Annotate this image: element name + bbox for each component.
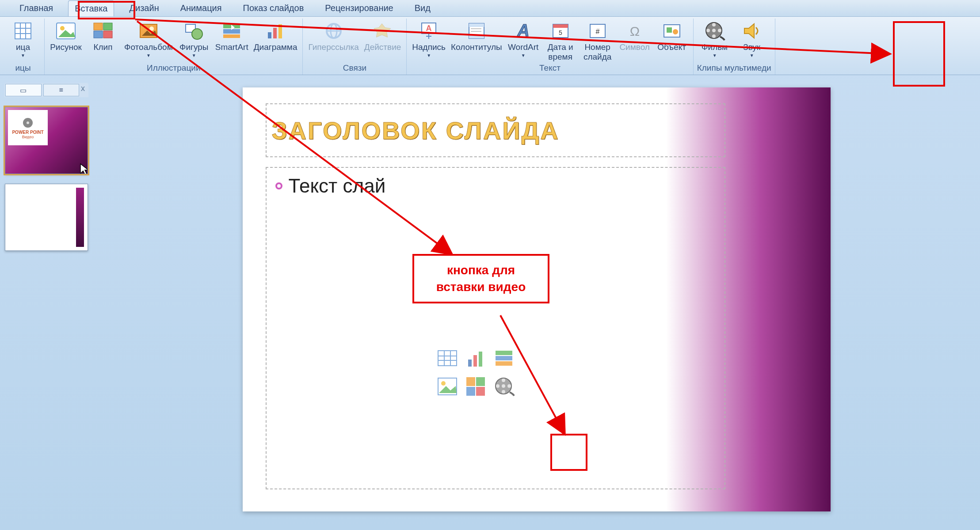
object-label: Объект bbox=[657, 42, 686, 52]
svg-rect-53 bbox=[476, 377, 485, 386]
datetime-button[interactable]: 5 Дата и время bbox=[543, 19, 578, 63]
slidenum-button[interactable]: # Номер слайда bbox=[580, 19, 615, 63]
dropdown-icon: ▼ bbox=[521, 53, 526, 58]
svg-rect-46 bbox=[479, 352, 482, 367]
movie-button[interactable]: Фильм ▼ bbox=[697, 19, 732, 59]
insert-clipart-icon[interactable] bbox=[463, 374, 488, 399]
thumb-tab-outline[interactable]: ≡ bbox=[43, 84, 80, 96]
group-title-text: Текст bbox=[410, 63, 689, 75]
svg-text:A: A bbox=[517, 21, 529, 40]
thumb2-strip bbox=[76, 188, 84, 247]
group-title-media: Клипы мультимеди bbox=[697, 63, 771, 75]
annotation-callout-line2: вставки видео bbox=[436, 280, 526, 294]
svg-rect-44 bbox=[468, 360, 472, 367]
insert-chart-icon[interactable] bbox=[463, 345, 488, 371]
dropdown-icon: ▼ bbox=[146, 53, 151, 58]
slide-thumb-1[interactable]: POWER POINT Видео bbox=[5, 107, 88, 174]
body-placeholder[interactable]: Текст слай bbox=[266, 167, 725, 489]
insert-smartart-icon[interactable] bbox=[491, 345, 517, 371]
svg-rect-5 bbox=[94, 31, 103, 38]
tab-insert[interactable]: Вставка bbox=[68, 0, 114, 16]
dropdown-icon: ▼ bbox=[192, 53, 196, 58]
symbol-label: Символ bbox=[619, 42, 650, 52]
thumb1-badge-text2: Видео bbox=[22, 135, 34, 139]
clip-button[interactable]: Клип bbox=[85, 19, 121, 53]
smartart-button[interactable]: SmartArt bbox=[214, 19, 250, 53]
shapes-icon bbox=[183, 20, 205, 42]
textbox-button[interactable]: A Надпись ▼ bbox=[410, 19, 447, 59]
annotation-callout: кнопка для вставки видео bbox=[412, 254, 549, 303]
tab-review[interactable]: Рецензирование bbox=[319, 0, 399, 16]
svg-point-10 bbox=[192, 29, 202, 39]
thumb1-reel-icon bbox=[19, 117, 37, 130]
hyperlink-icon bbox=[323, 20, 344, 42]
film-reel-icon bbox=[704, 20, 725, 42]
table-button[interactable]: ица ▼ bbox=[5, 19, 41, 59]
svg-rect-23 bbox=[469, 23, 484, 27]
insert-picture-icon[interactable] bbox=[435, 374, 460, 399]
wordart-button[interactable]: A WordArt ▼ bbox=[506, 19, 541, 59]
group-title-tables: ицы bbox=[5, 63, 41, 75]
annotation-callout-line1: кнопка для bbox=[447, 263, 515, 277]
textbox-icon: A bbox=[418, 20, 439, 42]
svg-point-37 bbox=[712, 23, 716, 26]
svg-point-40 bbox=[718, 29, 721, 32]
svg-point-42 bbox=[27, 121, 29, 124]
svg-text:A: A bbox=[426, 24, 432, 33]
shapes-label: Фигуры bbox=[179, 42, 209, 52]
action-button[interactable]: Действие bbox=[362, 19, 403, 53]
tab-home[interactable]: Главная bbox=[13, 0, 59, 16]
sound-button[interactable]: Звук ▼ bbox=[734, 19, 770, 59]
slide-thumb-2[interactable] bbox=[5, 184, 88, 251]
symbol-button[interactable]: Ω Символ bbox=[617, 19, 652, 53]
thumbs-close-button[interactable]: x bbox=[81, 84, 88, 96]
shapes-button[interactable]: Фигуры ▼ bbox=[176, 19, 212, 59]
svg-point-34 bbox=[673, 29, 678, 34]
ribbon-group-illustrations: Рисунок Клип Фотоальбом ▼ Фигуры bbox=[45, 19, 303, 75]
svg-rect-48 bbox=[496, 356, 512, 360]
svg-rect-55 bbox=[476, 387, 485, 396]
headerfooter-label: Колонтитулы bbox=[451, 42, 502, 52]
svg-rect-33 bbox=[667, 27, 672, 33]
svg-rect-15 bbox=[273, 28, 277, 38]
table-icon bbox=[12, 20, 34, 42]
tab-view[interactable]: Вид bbox=[408, 0, 437, 16]
svg-marker-19 bbox=[374, 24, 391, 38]
thumb-tab-slides[interactable]: ▭ bbox=[5, 84, 42, 96]
movie-label: Фильм bbox=[702, 42, 728, 52]
slide-title-text: ЗАГОЛОВОК СЛАЙДА bbox=[272, 116, 560, 145]
ribbon-group-media: Фильм ▼ Звук ▼ Клипы мультимеди bbox=[694, 19, 775, 75]
action-icon bbox=[372, 20, 393, 42]
picture-icon bbox=[55, 20, 76, 42]
photoalbum-button[interactable]: Фотоальбом ▼ bbox=[122, 19, 175, 59]
tab-design[interactable]: Дизайн bbox=[123, 0, 165, 16]
outline-tab-icon: ≡ bbox=[59, 86, 63, 94]
insert-media-icon[interactable] bbox=[491, 374, 517, 399]
datetime-icon: 5 bbox=[550, 20, 571, 42]
ribbon-group-text: A Надпись ▼ Колонтитулы A WordArt ▼ bbox=[407, 19, 693, 75]
headerfooter-button[interactable]: Колонтитулы bbox=[449, 19, 504, 53]
svg-point-57 bbox=[502, 384, 505, 388]
svg-text:#: # bbox=[595, 28, 599, 35]
tab-animation[interactable]: Анимация bbox=[174, 0, 228, 16]
chart-icon bbox=[265, 20, 286, 42]
thumb-tabs: ▭ ≡ x bbox=[4, 83, 88, 97]
chart-label: Диаграмма bbox=[254, 42, 297, 52]
hyperlink-button[interactable]: Гиперссылка bbox=[306, 19, 360, 53]
picture-button[interactable]: Рисунок bbox=[48, 19, 84, 53]
insert-table-icon[interactable] bbox=[435, 345, 460, 371]
group-title-links: Связи bbox=[306, 63, 403, 75]
symbol-icon: Ω bbox=[624, 20, 645, 42]
svg-point-39 bbox=[706, 29, 710, 32]
svg-point-8 bbox=[149, 26, 154, 31]
speaker-icon bbox=[741, 20, 763, 42]
svg-rect-13 bbox=[223, 34, 240, 38]
svg-point-36 bbox=[712, 29, 716, 32]
chart-button[interactable]: Диаграмма bbox=[252, 19, 299, 53]
picture-label: Рисунок bbox=[50, 42, 82, 52]
title-placeholder[interactable]: ЗАГОЛОВОК СЛАЙДА bbox=[266, 103, 725, 157]
object-button[interactable]: Объект bbox=[654, 19, 690, 53]
tab-slideshow[interactable]: Показ слайдов bbox=[237, 0, 310, 16]
ribbon: ица ▼ ицы Рисунок Клип bbox=[0, 17, 980, 75]
svg-rect-16 bbox=[278, 24, 282, 38]
